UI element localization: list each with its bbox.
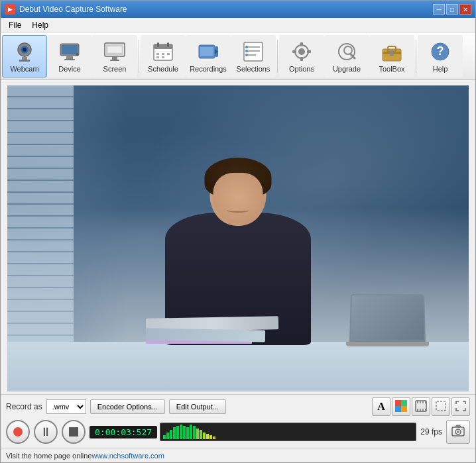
meter-bar-12 bbox=[200, 430, 202, 439]
record-button[interactable] bbox=[6, 420, 30, 444]
stop-button[interactable] bbox=[62, 420, 86, 444]
meter-bar-8 bbox=[186, 427, 189, 439]
toolbar-selections[interactable]: Selections bbox=[231, 35, 276, 77]
toolbar-recordings[interactable]: Recordings bbox=[186, 35, 231, 77]
time-display: 0:00:03:527 bbox=[89, 426, 157, 438]
record-bar: Record as .wmv Encoder Options... Edit O… bbox=[6, 397, 470, 416]
meter-bar-9 bbox=[190, 425, 192, 439]
svg-rect-17 bbox=[157, 42, 159, 47]
menu-file[interactable]: File bbox=[3, 19, 27, 31]
stop-icon bbox=[69, 427, 78, 437]
video-effects-button[interactable] bbox=[412, 397, 430, 416]
svg-rect-64 bbox=[425, 409, 426, 411]
device-label: Device bbox=[58, 65, 81, 73]
svg-point-9 bbox=[76, 53, 78, 56]
svg-rect-38 bbox=[300, 42, 303, 46]
svg-rect-23 bbox=[156, 56, 159, 58]
color-icon bbox=[395, 400, 407, 414]
window-title: Debut Video Capture Software bbox=[19, 5, 127, 14]
film-icon bbox=[415, 400, 427, 414]
svg-rect-39 bbox=[300, 57, 303, 61]
minimize-button[interactable]: ─ bbox=[433, 4, 445, 15]
toolbar-toolbox[interactable]: ToolBox bbox=[369, 35, 414, 77]
svg-rect-13 bbox=[110, 60, 119, 61]
svg-rect-16 bbox=[154, 44, 172, 49]
menu-help[interactable]: Help bbox=[27, 19, 54, 31]
meter-bar-2 bbox=[166, 433, 169, 439]
help-label: Help bbox=[433, 65, 448, 73]
title-buttons: ─ □ ✕ bbox=[433, 4, 471, 15]
meter-bar-11 bbox=[196, 429, 199, 439]
menu-bar: File Help bbox=[1, 18, 475, 32]
svg-rect-61 bbox=[417, 409, 418, 411]
format-select[interactable]: .wmv bbox=[46, 399, 86, 414]
svg-point-68 bbox=[457, 431, 459, 433]
help-icon: ? bbox=[428, 40, 452, 64]
svg-rect-48 bbox=[390, 50, 394, 56]
svg-rect-21 bbox=[162, 53, 164, 55]
webcam-icon bbox=[13, 40, 36, 64]
encoder-options-button[interactable]: Encoder Options... bbox=[90, 399, 165, 414]
fps-display: 29 fps bbox=[420, 427, 442, 437]
options-label: Options bbox=[289, 65, 314, 73]
recordings-label: Recordings bbox=[190, 65, 227, 73]
toolbox-icon bbox=[380, 40, 404, 64]
webcam-label: Webcam bbox=[10, 65, 38, 73]
selections-label: Selections bbox=[237, 65, 270, 73]
upgrade-icon bbox=[335, 40, 359, 64]
toolbar-webcam[interactable]: Webcam bbox=[2, 35, 47, 77]
toolbar-screen[interactable]: Screen bbox=[92, 35, 137, 77]
close-button[interactable]: ✕ bbox=[459, 4, 471, 15]
meter-bar-6 bbox=[180, 425, 182, 439]
icon-button-group: A bbox=[372, 397, 470, 416]
title-bar: ▶ Debut Video Capture Software ─ □ ✕ bbox=[1, 1, 475, 18]
video-frame: fileh🐴rse.com bbox=[7, 85, 469, 391]
record-as-label: Record as bbox=[6, 402, 42, 411]
text-overlay-button[interactable]: A bbox=[372, 397, 390, 416]
status-link[interactable]: www.nchsoftware.com bbox=[91, 452, 164, 460]
meter-bar-1 bbox=[163, 435, 166, 439]
edit-output-button[interactable]: Edit Output... bbox=[169, 399, 226, 414]
fullscreen-button[interactable] bbox=[451, 397, 470, 416]
screen-label: Screen bbox=[103, 65, 127, 73]
schedule-icon bbox=[151, 40, 175, 64]
svg-rect-41 bbox=[307, 50, 311, 53]
pause-button[interactable]: ⏸ bbox=[34, 420, 58, 444]
level-meter bbox=[160, 423, 416, 441]
bottom-controls: Record as .wmv Encoder Options... Edit O… bbox=[1, 394, 475, 448]
screen-icon bbox=[103, 40, 127, 64]
svg-rect-4 bbox=[19, 60, 30, 62]
svg-rect-65 bbox=[436, 401, 446, 411]
meter-bar-14 bbox=[206, 434, 209, 439]
record-dot-icon bbox=[13, 427, 23, 437]
meter-bar-10 bbox=[193, 426, 196, 439]
region-select-button[interactable] bbox=[432, 397, 450, 416]
title-bar-left: ▶ Debut Video Capture Software bbox=[5, 4, 127, 15]
snapshot-button[interactable] bbox=[446, 420, 470, 444]
toolbar-options[interactable]: Options bbox=[279, 35, 324, 77]
toolbar-separator-2 bbox=[277, 40, 278, 73]
toolbox-label: ToolBox bbox=[379, 65, 404, 73]
maximize-button[interactable]: □ bbox=[446, 4, 458, 15]
status-text: Visit the home page online bbox=[6, 452, 91, 460]
pause-icon: ⏸ bbox=[40, 425, 52, 439]
color-correction-button[interactable] bbox=[392, 397, 410, 416]
toolbar-upgrade[interactable]: Upgrade bbox=[324, 35, 369, 77]
svg-rect-58 bbox=[420, 401, 421, 403]
status-bar: Visit the home page online www.nchsoftwa… bbox=[1, 448, 475, 462]
meter-bar-3 bbox=[170, 430, 172, 439]
svg-rect-62 bbox=[420, 409, 421, 411]
svg-rect-54 bbox=[401, 406, 407, 412]
toolbar-schedule[interactable]: Schedule bbox=[141, 35, 186, 77]
svg-point-33 bbox=[245, 46, 248, 48]
meter-bar-15 bbox=[209, 435, 212, 439]
svg-rect-14 bbox=[107, 46, 122, 53]
options-icon bbox=[290, 40, 314, 64]
toolbar-help[interactable]: ? Help bbox=[418, 35, 463, 77]
svg-rect-60 bbox=[425, 401, 426, 403]
svg-rect-56 bbox=[416, 403, 426, 409]
svg-point-43 bbox=[344, 46, 352, 54]
toolbar-device[interactable]: Device bbox=[47, 35, 92, 77]
svg-rect-59 bbox=[422, 401, 424, 403]
svg-rect-26 bbox=[200, 47, 213, 56]
